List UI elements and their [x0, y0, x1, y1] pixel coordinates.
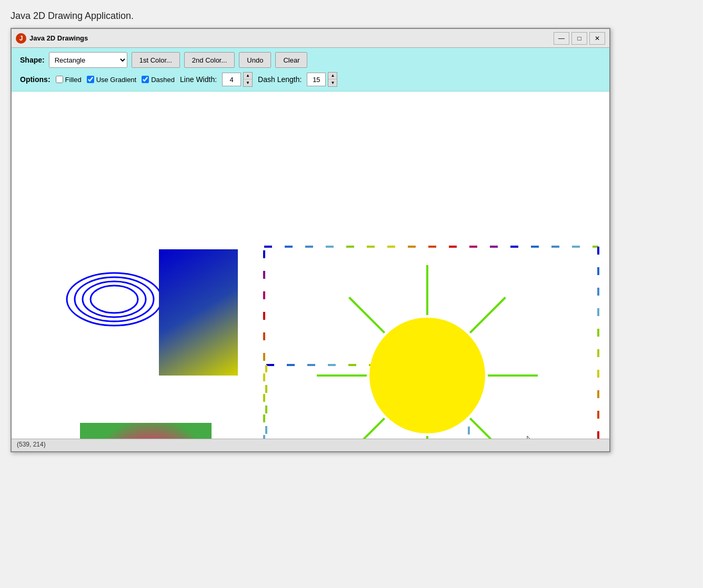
- dashlength-spinner: ▲ ▼: [307, 72, 337, 87]
- status-bar: (539, 214): [12, 439, 609, 451]
- dashlength-up[interactable]: ▲: [328, 73, 337, 79]
- clear-button[interactable]: Clear: [275, 52, 307, 68]
- filled-checkbox[interactable]: [56, 76, 63, 83]
- toolbar-row2: Options: Filled Use Gradient Dashed Line…: [20, 72, 601, 87]
- app-icon: J: [16, 33, 26, 44]
- linewidth-spinner: ▲ ▼: [222, 72, 253, 87]
- linewidth-input[interactable]: [222, 73, 241, 86]
- shape-select-wrapper[interactable]: Rectangle Oval Line Rounded Rectangle: [49, 52, 127, 68]
- window-controls: — □ ✕: [554, 32, 605, 45]
- toolbar: Shape: Rectangle Oval Line Rounded Recta…: [12, 48, 609, 92]
- shape-select[interactable]: Rectangle Oval Line Rounded Rectangle: [49, 53, 127, 67]
- linewidth-up[interactable]: ▲: [244, 73, 252, 79]
- dashlength-down[interactable]: ▼: [328, 79, 337, 86]
- toolbar-row1: Shape: Rectangle Oval Line Rounded Recta…: [20, 52, 601, 68]
- dashed-label: Dashed: [151, 76, 175, 84]
- first-color-button[interactable]: 1st Color...: [132, 52, 180, 68]
- filled-checkbox-label[interactable]: Filled: [56, 76, 82, 84]
- drawing-canvas[interactable]: [12, 92, 609, 439]
- linewidth-down[interactable]: ▼: [244, 79, 252, 86]
- dashlength-spinner-controls: ▲ ▼: [328, 72, 337, 87]
- dashlength-input[interactable]: [307, 73, 326, 86]
- dashed-checkbox-label[interactable]: Dashed: [142, 76, 175, 84]
- app-window: J Java 2D Drawings — □ ✕ Shape: Rectangl…: [11, 28, 610, 452]
- page-title: Java 2D Drawing Application.: [11, 11, 692, 22]
- undo-button[interactable]: Undo: [239, 52, 271, 68]
- linewidth-label: Line Width:: [180, 75, 217, 84]
- linewidth-spinner-controls: ▲ ▼: [243, 72, 253, 87]
- window-title: Java 2D Drawings: [29, 34, 554, 42]
- canvas-area[interactable]: [12, 92, 609, 439]
- shape-label: Shape:: [20, 56, 45, 64]
- title-bar: J Java 2D Drawings — □ ✕: [12, 29, 609, 48]
- gradient-label: Use Gradient: [96, 76, 137, 84]
- dashlength-label: Dash Length:: [258, 75, 302, 84]
- options-label: Options:: [20, 75, 51, 84]
- coordinates-display: (539, 214): [17, 441, 46, 448]
- gradient-checkbox-label[interactable]: Use Gradient: [87, 76, 137, 84]
- filled-label: Filled: [65, 76, 82, 84]
- gradient-checkbox[interactable]: [87, 76, 94, 83]
- dashed-checkbox[interactable]: [142, 76, 149, 83]
- second-color-button[interactable]: 2nd Color...: [184, 52, 235, 68]
- minimize-button[interactable]: —: [554, 32, 569, 45]
- close-button[interactable]: ✕: [589, 32, 605, 45]
- maximize-button[interactable]: □: [571, 32, 587, 45]
